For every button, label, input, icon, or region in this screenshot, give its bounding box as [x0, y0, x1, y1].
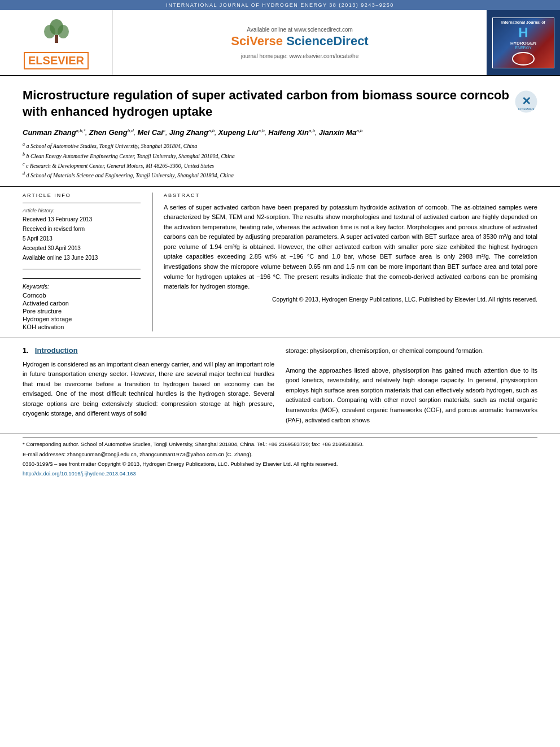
accepted-date: Accepted 30 April 2013 — [23, 244, 141, 252]
cover-decorative-circle — [512, 52, 535, 65]
intro-right-text: storage: physisorption, chemisorption, o… — [286, 346, 537, 426]
sciverse-sci-text: SciVerse — [231, 34, 286, 48]
authors-line: Cunman Zhanga,b,*, Zhen Gengb,d, Mei Cai… — [23, 128, 537, 137]
sciencedirect-text: ScienceDirect — [286, 34, 369, 48]
journal-cover-area: International Journal of H HYDROGEN ENER… — [487, 10, 560, 75]
author-cunman: Cunman Zhang — [23, 128, 76, 137]
svg-text:✕: ✕ — [522, 95, 531, 107]
author-jianxin: Jianxin Ma — [319, 128, 356, 137]
article-info-abstract: ARTICLE INFO Article history: Received 1… — [0, 187, 560, 338]
keyword-1: Corncob — [23, 292, 141, 299]
elsevier-wordmark: ELSEVIER — [24, 52, 89, 69]
svg-text:CrossMark: CrossMark — [518, 107, 535, 111]
issn-note: 0360-3199/$ – see front matter Copyright… — [23, 460, 537, 468]
sciverse-brand: SciVerse ScienceDirect — [231, 34, 368, 49]
author-xupeng: Xupeng Liu — [218, 128, 259, 137]
section-number: 1. — [23, 346, 29, 355]
available-online-text: Available online at www.sciencedirect.co… — [247, 27, 353, 33]
email-note: E-mail addresses: zhangcunman@tongji.edu… — [23, 451, 537, 458]
abstract-label: ABSTRACT — [164, 193, 537, 198]
doi-anchor[interactable]: http://dx.doi.org/10.1016/j.ijhydene.201… — [23, 470, 136, 477]
article-title-section: ✕ CrossMark Microstructure regulation of… — [0, 76, 560, 187]
copyright-text: Copyright © 2013, Hydrogen Energy Public… — [164, 295, 537, 304]
affiliation-c: c c Research & Development Center, Gener… — [23, 161, 537, 171]
abstract-text: A series of super activated carbon have … — [164, 203, 537, 292]
section-heading: Introduction — [35, 346, 78, 355]
author-mei: Mei Cai — [137, 128, 163, 137]
keyword-4: Hydrogen storage — [23, 316, 141, 322]
author-haifeng: Haifeng Xin — [268, 128, 309, 137]
received-revised-label: Received in revised form — [23, 225, 141, 233]
elsevier-tree-icon — [40, 16, 73, 50]
history-label: Article history: — [23, 208, 141, 213]
journal-homepage: journal homepage: www.elsevier.com/locat… — [241, 53, 358, 59]
affiliation-a: a a School of Automotive Studies, Tongji… — [23, 141, 537, 151]
divider-2 — [23, 278, 141, 279]
article-info-label: ARTICLE INFO — [23, 193, 141, 198]
introduction-section: 1. Introduction Hydrogen is considered a… — [0, 338, 560, 434]
cover-h-letter: H — [518, 25, 528, 41]
cover-title-energy: ENERGY — [515, 46, 532, 50]
page-header: ELSEVIER Available online at www.science… — [0, 10, 560, 76]
intro-left-column: 1. Introduction Hydrogen is considered a… — [23, 346, 274, 426]
journal-cover-image: International Journal of H HYDROGEN ENER… — [492, 18, 554, 68]
divider-1 — [23, 203, 141, 203]
abstract-column: ABSTRACT A series of super activated car… — [152, 193, 537, 331]
intro-right-column: storage: physisorption, chemisorption, o… — [286, 346, 537, 426]
corresponding-note: * Corresponding author. School of Automo… — [23, 440, 537, 448]
page-footer: * Corresponding author. School of Automo… — [0, 434, 560, 483]
publisher-logo-area: ELSEVIER — [0, 10, 113, 75]
author-zhen: Zhen Geng — [89, 128, 128, 137]
keyword-3: Pore structure — [23, 308, 141, 314]
svg-point-3 — [58, 25, 69, 38]
svg-point-2 — [44, 25, 55, 38]
intro-left-text: Hydrogen is considered as an important c… — [23, 360, 274, 420]
cover-title-hydrogen: HYDROGEN — [510, 41, 536, 46]
keyword-5: KOH activation — [23, 324, 141, 330]
affiliation-b: b b Clean Energy Automotive Engineering … — [23, 151, 537, 161]
received-revised-date: 5 April 2013 — [23, 235, 141, 243]
received-date: Received 13 February 2013 — [23, 216, 141, 224]
footer-divider — [23, 438, 537, 438]
affiliations-block: a a School of Automotive Studies, Tongji… — [23, 141, 537, 180]
affiliation-d: d d School of Materials Science and Engi… — [23, 171, 537, 180]
available-online-date: Available online 13 June 2013 — [23, 254, 141, 262]
crossmark-icon: ✕ CrossMark — [515, 90, 537, 113]
keyword-2: Activated carbon — [23, 300, 141, 307]
intro-heading-block: 1. Introduction — [23, 346, 274, 355]
article-title: Microstructure regulation of super activ… — [23, 88, 537, 120]
sciencedirect-branding: Available online at www.sciencedirect.co… — [113, 10, 487, 75]
journal-citation: INTERNATIONAL JOURNAL OF HYDROGEN ENERGY… — [166, 2, 394, 8]
keywords-section: Keywords: Corncob Activated carbon Pore … — [23, 269, 141, 330]
author-jing: Jing Zhang — [169, 128, 208, 137]
doi-link[interactable]: http://dx.doi.org/10.1016/j.ijhydene.201… — [23, 470, 537, 478]
svg-rect-4 — [55, 35, 58, 43]
journal-header-bar: INTERNATIONAL JOURNAL OF HYDROGEN ENERGY… — [0, 0, 560, 10]
cover-title-line1: International Journal of — [501, 20, 545, 25]
keywords-label: Keywords: — [23, 283, 141, 290]
article-info-column: ARTICLE INFO Article history: Received 1… — [23, 193, 152, 331]
